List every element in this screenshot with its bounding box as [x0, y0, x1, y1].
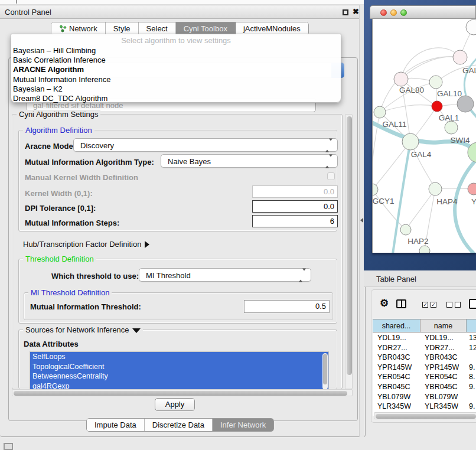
table-row[interactable]: YBL079W YBL079W: [373, 392, 476, 402]
float-window-icon[interactable]: [343, 9, 348, 15]
mi-type-combobox[interactable]: Naive Bayes: [161, 154, 338, 168]
node-bottom[interactable]: [419, 246, 430, 253]
table-row[interactable]: YDL19... YDL19... 13: [373, 333, 476, 343]
mi-threshold-field[interactable]: 0.5: [244, 300, 330, 313]
cell-shared-name[interactable]: YLR345W: [377, 402, 411, 410]
menu-item-dream8[interactable]: Dream8 DC_TDC Algorithm: [11, 94, 341, 103]
cell-name[interactable]: YER054C: [425, 373, 458, 381]
table-horizontal-scrollbar[interactable]: [374, 412, 476, 419]
column-manager-icon[interactable]: [396, 299, 406, 308]
tab-discretize-data[interactable]: Discretize Data: [145, 419, 213, 431]
cell-shared-name[interactable]: YDR27...: [377, 344, 407, 352]
cell-shared-name[interactable]: YER054C: [377, 373, 410, 381]
cell-shared-name[interactable]: YBL079W: [377, 393, 410, 401]
window-zoom-button[interactable]: [400, 9, 407, 16]
node-gal80[interactable]: [394, 72, 408, 86]
node-gal4[interactable]: [402, 133, 419, 150]
tab-style[interactable]: Style: [106, 22, 139, 35]
control-panel-titlebar[interactable]: Control Panel ✖: [0, 5, 364, 19]
dpi-tolerance-field[interactable]: 0.0: [252, 200, 338, 213]
network-window-titlebar[interactable]: [370, 5, 476, 19]
list-vertical-scrollbar[interactable]: [322, 353, 328, 390]
menu-item-aracne[interactable]: ARACNE Algorithm: [11, 65, 341, 74]
cell-value[interactable]: 9.: [469, 363, 475, 371]
cell-shared-name[interactable]: YBR045C: [377, 383, 410, 391]
node-gray[interactable]: [457, 96, 474, 112]
table-row[interactable]: YLR345W YLR345W 9.: [373, 402, 476, 412]
node-hap2[interactable]: [400, 224, 411, 235]
cell-name[interactable]: YBR043C: [425, 353, 458, 361]
list-item[interactable]: BetweennessCentrality: [30, 371, 328, 381]
select-all-checkbox-icon[interactable]: ✓: [422, 302, 428, 308]
table-settings-gear-icon[interactable]: ⚙: [380, 297, 389, 309]
settings-horizontal-scrollbar[interactable]: [12, 389, 353, 396]
tab-jactivemnodules[interactable]: jActiveMNodules: [236, 22, 308, 35]
cell-value[interactable]: 8.: [469, 373, 475, 381]
cell-value[interactable]: 13: [469, 334, 476, 342]
data-attributes-list[interactable]: SelfLoops TopologicalCoefficient Between…: [30, 351, 329, 390]
tab-select[interactable]: Select: [139, 22, 176, 35]
select-all-checkbox-icon-2[interactable]: ✓: [431, 302, 436, 308]
hub-definition-expander[interactable]: Hub/Transcription Factor Definition: [23, 240, 149, 249]
kernel-width-field[interactable]: 0.0: [252, 185, 338, 198]
menu-item-bayesian-hill-climbing[interactable]: Bayesian – Hill Climbing: [11, 46, 341, 56]
cell-name[interactable]: YDR27...: [425, 344, 455, 352]
menu-item-mutual-information[interactable]: Mutual Information Inference: [11, 75, 341, 84]
node-gal11[interactable]: [374, 106, 386, 118]
node-hap4[interactable]: [429, 182, 442, 195]
cell-name[interactable]: YDL19...: [425, 334, 454, 342]
node-gal2[interactable]: [453, 50, 467, 64]
tab-network[interactable]: Network: [51, 22, 106, 35]
cell-value[interactable]: 12: [469, 344, 476, 352]
which-threshold-combobox[interactable]: MI Threshold: [139, 268, 311, 282]
apply-button[interactable]: Apply: [155, 398, 195, 411]
column-header-clipped[interactable]: [467, 319, 476, 332]
cell-name[interactable]: YBL079W: [425, 393, 458, 401]
deselect-all-checkbox-icon[interactable]: [446, 302, 452, 308]
table-row[interactable]: YBR045C YBR045C 9.: [373, 382, 476, 392]
cell-shared-name[interactable]: YDL19...: [377, 334, 406, 342]
node[interactable]: [466, 19, 476, 35]
node-swi4[interactable]: [445, 121, 458, 134]
table-row[interactable]: YER054C YER054C 8.: [373, 372, 476, 382]
column-header-shared-name[interactable]: shared...: [373, 319, 420, 332]
splitter-collapse-icon[interactable]: [360, 218, 363, 223]
cell-name[interactable]: YPR145W: [425, 363, 459, 371]
menu-item-bayesian-k2[interactable]: Bayesian – K2: [11, 84, 341, 94]
list-item[interactable]: gal4RGexp: [30, 381, 328, 390]
sources-group: Sources for Network Inference Data Attri…: [18, 330, 337, 389]
window-minimize-button[interactable]: [390, 9, 397, 16]
list-item[interactable]: TopologicalCoefficient: [30, 362, 328, 372]
cell-shared-name[interactable]: YBR043C: [377, 353, 410, 361]
deselect-all-checkbox-icon-2[interactable]: [455, 302, 461, 308]
table-function-icon[interactable]: [469, 299, 476, 309]
cell-name[interactable]: YLR345W: [425, 402, 458, 410]
manual-kernel-checkbox[interactable]: [327, 172, 335, 180]
table-row[interactable]: YPR145W YPR145W 9.: [373, 363, 476, 373]
node-gcy1[interactable]: [373, 184, 378, 195]
table-row[interactable]: YDR27... YDR27... 12: [373, 343, 476, 353]
menu-item-basic-correlation[interactable]: Basic Correlation Inference: [11, 56, 341, 65]
network-view-canvas[interactable]: GAL2 GAL80 GAL10 GAL1 GAL11 SWI4 GAL4 GC…: [372, 19, 476, 253]
cell-shared-name[interactable]: YPR145W: [377, 363, 412, 371]
node-gal1-selected[interactable]: [432, 101, 442, 112]
tab-impute-data[interactable]: Impute Data: [87, 419, 145, 431]
node-salmon[interactable]: [468, 183, 476, 195]
list-item[interactable]: SelfLoops: [30, 352, 328, 362]
sources-expander[interactable]: Sources for Network Inference: [23, 325, 143, 334]
settings-vertical-scrollbar[interactable]: [345, 114, 353, 389]
close-icon[interactable]: ✖: [353, 7, 359, 16]
tab-cyni-toolbox[interactable]: Cyni Toolbox: [176, 22, 236, 35]
table-row[interactable]: YBR043C YBR043C: [373, 353, 476, 363]
top-strip: [0, 0, 366, 5]
tab-infer-network[interactable]: Infer Network: [213, 419, 273, 431]
node-gal10[interactable]: [429, 76, 442, 89]
column-header-name[interactable]: name: [420, 319, 467, 332]
mi-steps-field[interactable]: 6: [252, 215, 338, 227]
window-close-button[interactable]: [380, 9, 387, 16]
aracne-mode-combobox[interactable]: Discovery: [73, 138, 338, 152]
cell-name[interactable]: YBR045C: [425, 383, 458, 391]
cell-value[interactable]: 9.: [469, 383, 475, 391]
minimized-panel-icon[interactable]: [4, 443, 13, 450]
cell-value[interactable]: 9.: [469, 402, 475, 410]
